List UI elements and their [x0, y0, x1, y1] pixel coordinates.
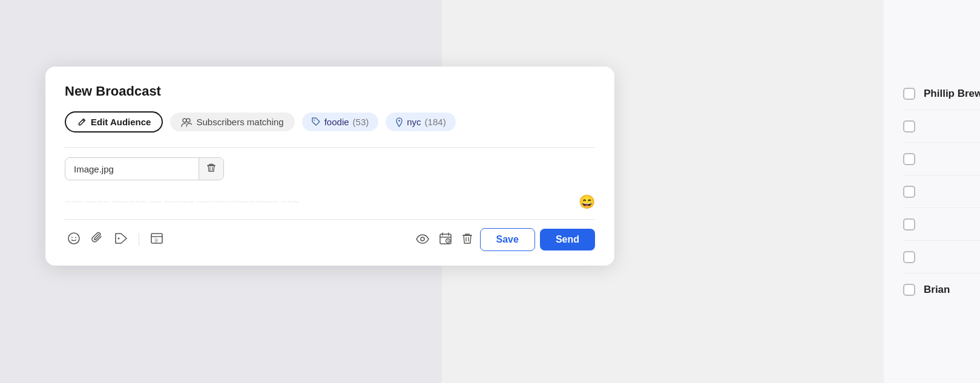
- calendar-clock-icon: [439, 232, 452, 247]
- svg-point-1: [186, 119, 190, 122]
- toolbar-left: [65, 229, 166, 250]
- eye-icon: [416, 233, 429, 247]
- table-row: 20001 ZipInterest: MerchFeb. Birthday: [903, 208, 980, 241]
- edit-icon: [77, 117, 87, 127]
- subscriber-checkbox[interactable]: [903, 284, 915, 296]
- subscribers-matching-pill: Subscribers matching: [170, 113, 294, 131]
- foodie-tag-pill[interactable]: foodie (53): [302, 113, 379, 131]
- delete-broadcast-button[interactable]: [459, 230, 475, 250]
- tag-icon: [312, 117, 321, 126]
- svg-point-2: [314, 120, 315, 121]
- svg-point-0: [183, 119, 186, 122]
- svg-point-5: [68, 233, 79, 244]
- message-area[interactable]: ~~~ ~~~~ ~~~~~~ ~~ ~~~~~ ~~~~~~~~~~~~~~ …: [65, 188, 595, 217]
- subscriber-checkbox[interactable]: [903, 251, 915, 263]
- svg-point-3: [398, 120, 400, 122]
- edit-audience-button[interactable]: Edit Audience: [65, 111, 163, 133]
- subscriber-checkbox[interactable]: [903, 88, 915, 100]
- save-button[interactable]: Save: [480, 228, 535, 251]
- image-filename-input[interactable]: [65, 159, 199, 179]
- divider-1: [65, 147, 595, 148]
- subscribers-list: Phillip Brewer10001 ZipInterest: NewsNov…: [903, 77, 980, 306]
- toolbar-row: Save Send: [65, 228, 595, 251]
- foodie-label: foodie: [324, 117, 349, 127]
- subscribers-matching-label: Subscribers matching: [196, 117, 283, 127]
- attachment-button[interactable]: [89, 229, 106, 250]
- nyc-tag-pill[interactable]: nyc (184): [386, 113, 455, 131]
- subscriber-name: Phillip Brewer: [924, 88, 980, 100]
- subscriber-checkbox[interactable]: [903, 218, 915, 231]
- table-row: Brian90010 ZipInterest: MerchOct. Birthd…: [903, 273, 980, 306]
- subscribers-icon: [181, 117, 192, 127]
- divider-2: [65, 219, 595, 220]
- table-row: 10001 ZipInterest: News: [903, 143, 980, 175]
- emoji-icon: [67, 232, 81, 248]
- nyc-label: nyc: [407, 117, 421, 127]
- message-emoji: 😄: [579, 194, 595, 210]
- subscriber-name: Brian: [924, 284, 980, 296]
- image-row: [65, 157, 595, 180]
- location-icon: [395, 117, 403, 127]
- svg-point-7: [75, 237, 76, 238]
- subscriber-checkbox[interactable]: [903, 153, 915, 165]
- card-icon: [150, 232, 163, 247]
- foodie-count: (53): [353, 117, 369, 127]
- new-broadcast-modal: New Broadcast Edit Audience: [45, 67, 614, 266]
- delete-icon: [462, 232, 473, 247]
- message-wavy-preview: ~~~ ~~~~ ~~~~~~ ~~ ~~~~~ ~~~~~~~~~~~~~~ …: [65, 197, 574, 208]
- svg-point-11: [421, 237, 424, 241]
- nyc-count: (184): [425, 117, 446, 127]
- subscribers-panel: Phillip Brewer10001 ZipInterest: NewsNov…: [884, 0, 980, 383]
- trash-icon: [206, 164, 216, 174]
- svg-point-8: [118, 237, 120, 239]
- send-button[interactable]: Send: [540, 229, 595, 250]
- preview-button[interactable]: [413, 231, 432, 249]
- table-row: 20001 ZipJan. Birthday: [903, 241, 980, 273]
- schedule-button[interactable]: [436, 230, 455, 250]
- subscriber-checkbox[interactable]: [903, 120, 915, 133]
- modal-title: New Broadcast: [65, 83, 595, 99]
- audience-bar: Edit Audience Subscribers matching: [65, 111, 595, 133]
- toolbar-right: Save Send: [413, 228, 596, 251]
- image-delete-button[interactable]: [199, 158, 223, 180]
- label-icon: [114, 232, 128, 247]
- table-row: 10012 ZipInterest: SportsJul. Birthday: [903, 110, 980, 143]
- card-insert-button[interactable]: [148, 230, 166, 250]
- table-row: 20001 ZipInterest: Sports: [903, 175, 980, 208]
- svg-point-6: [71, 237, 73, 238]
- emoji-picker-button[interactable]: [65, 229, 83, 250]
- toolbar-separator: [139, 233, 139, 246]
- table-row: Phillip Brewer10001 ZipInterest: NewsNov…: [903, 77, 980, 110]
- image-input-wrap: [65, 157, 224, 180]
- paperclip-icon: [91, 232, 104, 248]
- subscriber-checkbox[interactable]: [903, 186, 915, 198]
- edit-audience-label: Edit Audience: [91, 117, 151, 127]
- tag-button[interactable]: [112, 230, 130, 250]
